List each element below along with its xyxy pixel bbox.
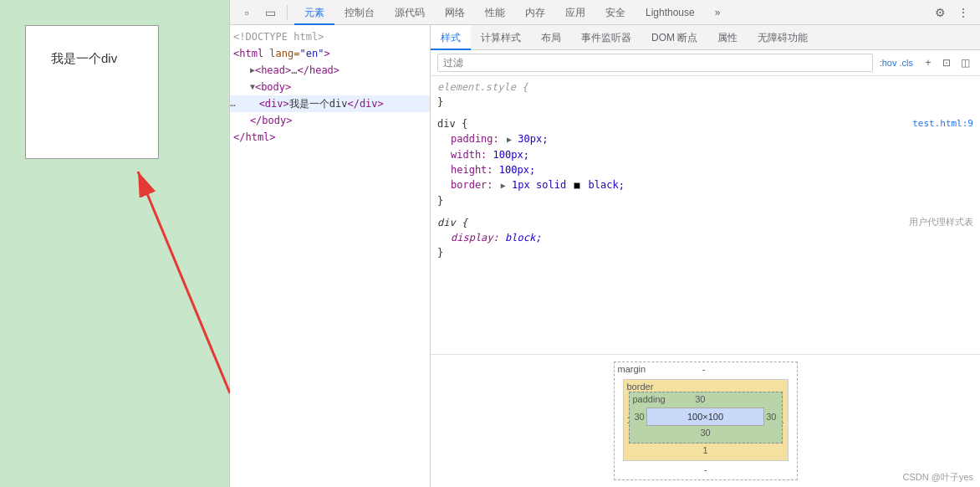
top-toolbar: ▫ ▭ 元素 控制台 源代码 网络 性能 内存 应用 安全 Lighthouse… [230,0,980,25]
tab-console[interactable]: 控制台 [334,0,385,25]
styles-panel: 样式 计算样式 布局 事件监听器 DOM 断点 属性 无障碍功能 :hov .c… [431,25,980,487]
dom-html-close: </html> [230,129,430,146]
filter-plus[interactable]: + [920,54,937,71]
css-prop-display: display: [451,232,499,244]
preview-pane: 我是一个div [0,0,230,487]
css-selector-1: div { [437,118,467,130]
tab-properties[interactable]: 属性 [707,25,748,50]
bm-content-val: 100×100 [687,412,723,422]
css-val-border-color: black; [589,179,625,191]
tab-memory[interactable]: 内存 [515,0,555,25]
tab-layout[interactable]: 布局 [531,25,571,50]
bm-content-box: 100×100 [646,408,765,426]
css-selector-2: div { [437,217,467,228]
svg-line-1 [138,172,230,393]
bm-padding-label: padding [633,394,666,404]
preview-text: 我是一个div [51,51,117,67]
filter-pseudo[interactable]: :hov .cls [880,58,913,68]
bm-padding-left-val: 30 [635,412,645,422]
element-style-label: element.style { [437,81,528,93]
styles-tabs: 样式 计算样式 布局 事件监听器 DOM 断点 属性 无障碍功能 [431,25,980,50]
styles-content: :hov .cls + ⊡ ◫ element.style { [431,50,980,487]
bm-border-box: border 1 1 padding 30 [623,379,789,461]
devtools-panel: ▫ ▭ 元素 控制台 源代码 网络 性能 内存 应用 安全 Lighthouse… [230,0,980,487]
dom-body-open[interactable]: ▼ <body> [230,79,430,95]
tab-more[interactable]: » [705,0,731,25]
css-rule-div-1: div { test.html:9 padding: ▶ 30px; width… [437,116,973,208]
css-source-1[interactable]: test.html:9 [912,116,973,131]
tab-computed[interactable]: 计算样式 [471,25,531,50]
bm-padding-top-val: 30 [695,394,705,404]
bm-margin-box: margin - border 1 1 [614,361,798,480]
css-val-border: 1px solid [512,179,572,191]
tab-lighthouse[interactable]: Lighthouse [635,0,705,25]
dom-html: <html lang="en"> [230,45,430,62]
css-prop-padding: padding: [451,133,499,145]
toolbar-right: ⚙ ⋮ [930,3,973,23]
css-val-display: block; [505,232,541,244]
css-val-height: 100px; [499,164,535,176]
tab-styles[interactable]: 样式 [431,25,471,50]
tab-sources[interactable]: 源代码 [385,0,435,25]
inspect-icon[interactable]: ▫ [237,3,257,23]
css-prop-border: border: [451,179,493,191]
css-rules: element.style { } div { test.html:9 [431,76,980,354]
preview-div: 我是一个div [25,25,159,159]
tab-application[interactable]: 应用 [555,0,595,25]
bm-padding-bottom-val: 30 [635,428,777,438]
tab-dom-breakpoints[interactable]: DOM 断点 [641,25,707,50]
tab-security[interactable]: 安全 [595,0,635,25]
content-area: <!DOCTYPE html> <html lang="en"> ▶ <head… [230,25,980,487]
dom-doctype: <!DOCTYPE html> [230,28,430,45]
css-rule-div-2: div { 用户代理样式表 display: block; } [437,215,973,260]
filter-input[interactable] [437,54,873,72]
overflow-icon[interactable]: ⋮ [953,3,973,23]
bm-padding-box: padding 30 30 100×100 [629,392,783,443]
toolbar-divider-1 [287,5,288,20]
tab-accessibility[interactable]: 无障碍功能 [748,25,818,50]
dom-panel: <!DOCTYPE html> <html lang="en"> ▶ <head… [230,25,431,487]
filter-bar: :hov .cls + ⊡ ◫ [431,50,980,76]
tab-event-listeners[interactable]: 事件监听器 [571,25,641,50]
css-val-width: 100px; [493,149,529,161]
dom-body-close: </body> [230,112,430,129]
watermark: CSDN @叶子yes [902,471,973,484]
css-rule-element-style: element.style { } [437,79,973,110]
dom-head[interactable]: ▶ <head> … </head> [230,62,430,79]
bm-margin-label: margin [618,364,646,374]
bm-margin-top-val: - [702,364,706,374]
bm-border-label: border [627,382,654,392]
bm-margin-bottom-val: - [620,464,792,474]
tab-elements[interactable]: 元素 [294,0,334,25]
device-icon[interactable]: ▭ [260,3,280,23]
main-tabs: 元素 控制台 源代码 网络 性能 内存 应用 安全 Lighthouse » [294,0,730,25]
filter-actions: + ⊡ ◫ [920,54,973,71]
css-prop-height: height: [451,164,493,176]
css-prop-width: width: [451,149,487,161]
box-model-section: margin - border 1 1 [431,354,980,487]
bm-padding-right-val: 30 [766,412,776,422]
css-source-2: 用户代理样式表 [909,215,973,230]
color-swatch-black [574,182,580,189]
box-model-diagram: margin - border 1 1 [614,361,798,480]
filter-toggle[interactable]: ◫ [957,54,973,71]
tab-network[interactable]: 网络 [435,0,475,25]
css-val-padding: 30px; [518,133,548,145]
dom-div[interactable]: … <div> 我是一个div </div> [230,95,430,112]
settings-icon[interactable]: ⚙ [930,3,950,23]
tab-performance[interactable]: 性能 [475,0,515,25]
filter-copy[interactable]: ⊡ [938,54,955,71]
bm-border-bottom-val: 1 [629,445,783,455]
